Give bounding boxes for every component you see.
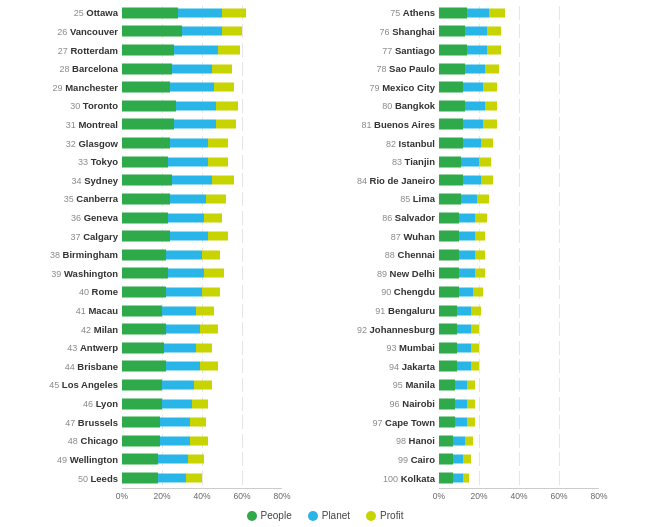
axis-area: 0%20%40%60%80% <box>439 488 599 506</box>
planet-bar <box>168 213 204 222</box>
bars <box>122 324 218 335</box>
profit-bar <box>489 8 505 17</box>
legend-planet: Planet <box>308 510 350 521</box>
people-bar <box>122 63 172 74</box>
bars <box>439 417 475 428</box>
profit-bar <box>200 362 218 371</box>
gridline <box>559 378 560 392</box>
profit-bar <box>208 157 228 166</box>
bars <box>122 379 212 390</box>
people-bar <box>122 305 162 316</box>
gridline <box>519 211 520 225</box>
bars <box>439 342 479 353</box>
bar-area <box>122 452 282 466</box>
city-label: 82 Istanbul <box>329 138 439 149</box>
bar-area <box>439 285 599 299</box>
planet-bar <box>459 232 475 241</box>
legend-planet-label: Planet <box>322 510 350 521</box>
planet-bar <box>465 101 485 110</box>
profit-bar <box>483 120 497 129</box>
bar-area <box>439 117 599 131</box>
legend: People Planet Profit <box>247 510 404 521</box>
people-bar <box>122 231 170 242</box>
bar-area <box>439 99 599 113</box>
profit-bar <box>467 380 475 389</box>
gridline <box>479 434 480 448</box>
profit-bar <box>487 46 501 55</box>
profit-bar <box>481 139 493 148</box>
city-label: 37 Calgary <box>4 231 122 242</box>
city-label: 41 Macau <box>4 305 122 316</box>
people-bar <box>439 100 465 111</box>
bar-area <box>439 192 599 206</box>
chart-row: 94 Jakarta <box>329 358 646 376</box>
city-label: 89 New Delhi <box>329 268 439 279</box>
city-label: 34 Sydney <box>4 175 122 186</box>
profit-bar <box>481 176 493 185</box>
people-bar <box>439 175 463 186</box>
people-bar <box>122 268 168 279</box>
gridline <box>519 378 520 392</box>
planet-bar <box>465 64 485 73</box>
planet-bar <box>170 194 206 203</box>
planet-bar <box>166 250 202 259</box>
profit-bar <box>222 8 246 17</box>
bars <box>439 249 485 260</box>
gridline <box>559 6 560 20</box>
people-bar <box>439 435 453 446</box>
people-bar <box>439 398 455 409</box>
bars <box>439 7 505 18</box>
gridline <box>242 434 243 448</box>
bar-area <box>439 80 599 94</box>
bars <box>439 119 497 130</box>
city-label: 91 Bengaluru <box>329 305 439 316</box>
gridline <box>559 434 560 448</box>
gridline <box>242 452 243 466</box>
bar-area <box>439 341 599 355</box>
people-bar <box>439 193 461 204</box>
gridline <box>519 99 520 113</box>
people-bar <box>439 473 453 484</box>
planet-bar <box>174 120 216 129</box>
people-bar <box>439 249 459 260</box>
bar-area <box>439 155 599 169</box>
gridline <box>242 415 243 429</box>
gridline <box>479 397 480 411</box>
gridline <box>559 266 560 280</box>
city-label: 49 Wellington <box>4 454 122 465</box>
axis-tick: 40% <box>510 491 527 501</box>
gridline <box>479 471 480 485</box>
bar-area <box>439 415 599 429</box>
gridline <box>242 378 243 392</box>
profit-dot <box>366 511 376 521</box>
bar-area <box>122 6 282 20</box>
bars <box>122 45 240 56</box>
people-bar <box>122 435 160 446</box>
gridline <box>559 322 560 336</box>
chart-row: 82 Istanbul <box>329 134 646 152</box>
people-bar <box>122 156 168 167</box>
bars <box>439 324 479 335</box>
bars <box>439 473 469 484</box>
bar-area <box>122 285 282 299</box>
bars <box>122 231 228 242</box>
profit-bar <box>475 269 485 278</box>
city-label: 31 Montreal <box>4 119 122 130</box>
bars <box>122 193 226 204</box>
people-bar <box>439 26 465 37</box>
planet-bar <box>463 120 483 129</box>
axis-tick: 0% <box>433 491 445 501</box>
legend-people-label: People <box>261 510 292 521</box>
city-label: 46 Lyon <box>4 398 122 409</box>
gridline <box>479 378 480 392</box>
planet-bar <box>178 8 222 17</box>
gridline <box>519 229 520 243</box>
city-label: 45 Los Angeles <box>4 379 122 390</box>
planet-bar <box>467 46 487 55</box>
bars <box>122 82 234 93</box>
gridline <box>242 397 243 411</box>
gridline <box>242 192 243 206</box>
gridline <box>519 117 520 131</box>
city-label: 28 Barcelona <box>4 63 122 74</box>
bars <box>122 268 224 279</box>
